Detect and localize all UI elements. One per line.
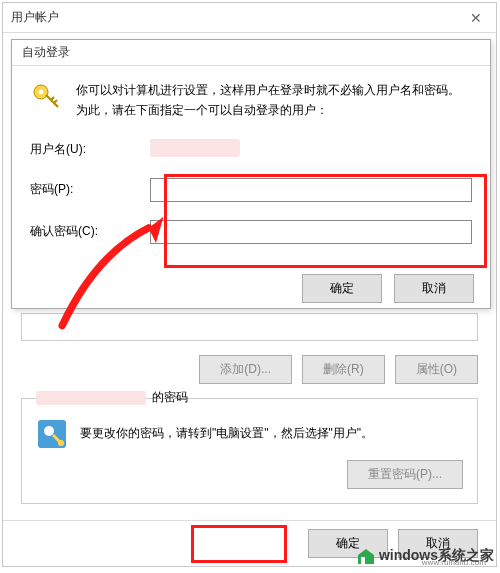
password-section-title: 的密码 [36, 389, 463, 406]
dialog-intro-line1: 你可以对计算机进行设置，这样用户在登录时就不必输入用户名和密码。 [76, 80, 460, 100]
password-input[interactable] [150, 178, 472, 202]
redacted-username [36, 391, 146, 405]
dialog-titlebar: 自动登录 [12, 40, 490, 66]
close-icon[interactable]: ✕ [464, 8, 488, 28]
confirm-password-label: 确认密码(C): [30, 223, 150, 240]
dialog-ok-button[interactable]: 确定 [302, 274, 382, 303]
watermark-logo-icon [355, 545, 377, 567]
svg-rect-6 [361, 557, 365, 564]
password-label: 密码(P): [30, 181, 150, 198]
users-list-area [21, 313, 478, 341]
user-action-buttons: 添加(D)... 删除(R) 属性(O) [21, 355, 478, 384]
watermark-url: www.ruihaifu.com [422, 558, 486, 567]
auto-login-dialog: 自动登录 你可以对计算机进行设置，这样用户在登录时就不必输入用户名和密码。 为此… [11, 39, 491, 309]
watermark: windows系统之家 www.ruihaifu.com [355, 545, 494, 567]
user-properties-button[interactable]: 属性(O) [395, 355, 478, 384]
remove-user-button[interactable]: 删除(R) [302, 355, 385, 384]
dialog-cancel-button[interactable]: 取消 [394, 274, 474, 303]
username-value-redacted [150, 139, 240, 157]
confirm-password-input[interactable] [150, 220, 472, 244]
reset-password-button[interactable]: 重置密码(P)... [347, 460, 463, 489]
outer-titlebar: 用户帐户 ✕ [3, 3, 496, 33]
key-icon [30, 80, 62, 112]
svg-point-1 [44, 426, 54, 436]
user-accounts-window: 用户帐户 ✕ 添加(D)... 删除(R) 属性(O) 的密码 要更改你的密码，… [2, 2, 497, 567]
change-password-text: 要更改你的密码，请转到"电脑设置"，然后选择"用户"。 [80, 424, 463, 443]
password-section-suffix: 的密码 [152, 389, 188, 406]
password-section: 的密码 要更改你的密码，请转到"电脑设置"，然后选择"用户"。 重置密码(P).… [21, 398, 478, 504]
outer-title: 用户帐户 [11, 9, 59, 26]
dialog-title: 自动登录 [22, 44, 70, 61]
add-user-button[interactable]: 添加(D)... [199, 355, 292, 384]
background-content: 添加(D)... 删除(R) 属性(O) 的密码 要更改你的密码，请转到"电脑设… [21, 313, 478, 504]
username-label: 用户名(U): [30, 141, 150, 158]
dialog-intro-line2: 为此，请在下面指定一个可以自动登录的用户： [76, 100, 460, 120]
svg-point-4 [39, 90, 44, 95]
svg-point-2 [58, 440, 64, 446]
dialog-intro: 你可以对计算机进行设置，这样用户在登录时就不必输入用户名和密码。 为此，请在下面… [76, 80, 460, 121]
user-key-icon [36, 418, 68, 450]
